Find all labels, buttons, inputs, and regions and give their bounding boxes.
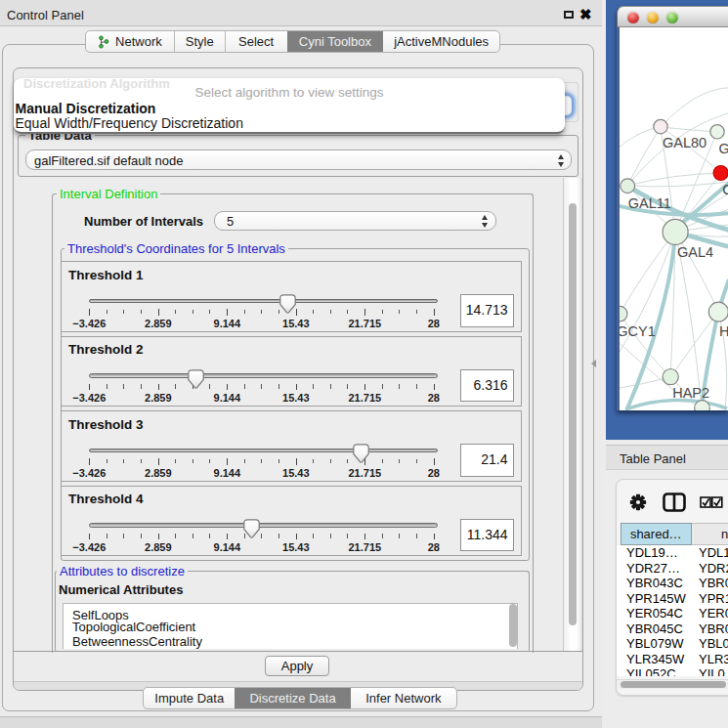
- svg-text:GAL80: GAL80: [663, 135, 707, 150]
- svg-text:GA: GA: [719, 141, 728, 156]
- svg-text:GAL4: GAL4: [677, 244, 713, 260]
- svg-text:GCY1: GCY1: [620, 323, 656, 339]
- svg-text:HAP2: HAP2: [672, 385, 709, 401]
- svg-text:GAL11: GAL11: [628, 195, 671, 211]
- svg-text:H: H: [719, 323, 728, 339]
- svg-text:C: C: [722, 182, 728, 197]
